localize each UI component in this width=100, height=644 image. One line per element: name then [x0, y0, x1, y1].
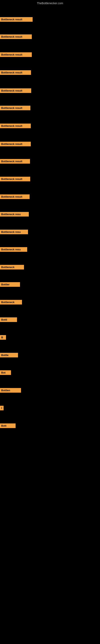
bottleneck-result-bar: I [0, 406, 3, 410]
bottleneck-result-bar: Bottleneck resu [0, 247, 27, 252]
bottleneck-result-bar: Bottle [0, 353, 18, 358]
bottleneck-result-bar: Bottleneck result [0, 177, 30, 181]
bottleneck-result-bar: Bott [0, 424, 16, 428]
bottleneck-result-bar: Bot [0, 370, 11, 375]
bottleneck-result-bar: Bottleneck resu [0, 230, 28, 234]
bottleneck-result-bar: Bottleneck result [0, 106, 30, 110]
bottleneck-result-bar: Bottler [0, 282, 20, 287]
bottleneck-result-bar: Bottleneck result [0, 17, 33, 22]
bottleneck-result-bar: Bottleneck result [0, 124, 31, 128]
bottleneck-result-bar: Bottleneck result [0, 52, 32, 57]
bottleneck-result-bar: Bottleneck result [0, 142, 31, 146]
bottleneck-result-bar: Bottleneck [0, 300, 22, 304]
site-title: TheBottlenecker.com [0, 0, 100, 6]
bottleneck-result-bar: Bottleneck result [0, 159, 30, 164]
bottleneck-result-bar: B [0, 335, 6, 340]
bottleneck-result-bar: Bottleneck result [0, 34, 32, 39]
bottleneck-result-bar: Bottleneck resu [0, 212, 29, 216]
bottleneck-result-bar: Bottleneck [0, 265, 24, 270]
bottleneck-result-bar: Bottl [0, 317, 17, 322]
bottleneck-result-bar: Bottleneck result [0, 70, 31, 75]
bottleneck-result-bar: Bottleneck result [0, 88, 31, 93]
bottleneck-result-bar: Bottlen [0, 388, 21, 393]
bottleneck-result-bar: Bottleneck result [0, 194, 30, 199]
